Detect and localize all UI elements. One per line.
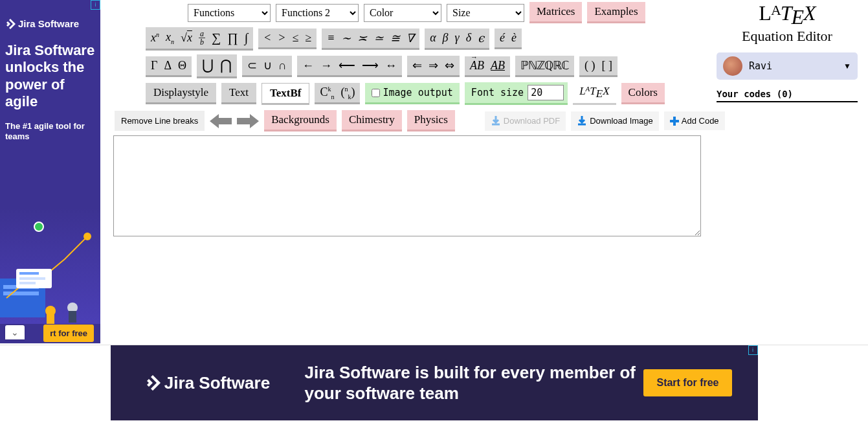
svg-rect-7 (19, 277, 45, 280)
font-size-input[interactable] (528, 85, 564, 100)
binomial-button[interactable]: Ckn (nk) (315, 83, 360, 105)
avatar (723, 56, 742, 76)
colors-button[interactable]: Colors (621, 83, 665, 104)
latex-button[interactable]: LATEX (573, 82, 616, 105)
font-size-label: Font size (471, 87, 524, 98)
displaystyle-button[interactable]: Displaystyle (146, 83, 216, 104)
sym-group-bigset[interactable]: ⋃⋂ (197, 54, 237, 78)
image-output-toggle[interactable]: Image output (365, 83, 459, 104)
download-icon (491, 116, 501, 126)
latex-editor-textarea[interactable] (113, 135, 701, 236)
functions-select[interactable]: Functions (188, 4, 271, 22)
download-icon (577, 116, 587, 126)
download-pdf-button[interactable]: Download PDF (485, 111, 566, 131)
sym-group-equiv[interactable]: ≡∼≍≃≅∇ (322, 29, 419, 50)
functions2-select[interactable]: Functions 2 (276, 4, 359, 22)
color-select[interactable]: Color (364, 4, 441, 22)
sym-group-powers[interactable]: xn xn √x ab ∑ ∏ ∫ (146, 27, 253, 51)
left-sidebar-ad[interactable]: i Jira Software Jira Software unlocks th… (0, 0, 100, 343)
svg-rect-10 (47, 314, 54, 324)
sym-group-numbersets[interactable]: ℙℕℤℚℝℂ (515, 56, 574, 77)
svg-rect-12 (69, 311, 76, 323)
font-size-group: Font size (465, 82, 568, 105)
textbf-button[interactable]: TextBf (262, 83, 310, 105)
sym-group-brackets[interactable]: ( )[ ] (579, 56, 618, 77)
ad-cta-button[interactable]: Start for free (643, 369, 731, 396)
jira-icon (145, 375, 161, 391)
sym-group-relations[interactable]: <>≤≥ (258, 29, 317, 49)
add-code-button[interactable]: Add Code (664, 111, 725, 130)
size-select[interactable]: Size (447, 4, 524, 22)
ad-logo: Jira Software (0, 0, 100, 36)
image-output-checkbox[interactable] (372, 89, 380, 97)
bottom-ad[interactable]: i Jira Software Jira Software is built f… (111, 345, 758, 420)
download-image-button[interactable]: Download Image (571, 111, 659, 131)
jira-icon (5, 19, 16, 29)
examples-button[interactable]: Examples (587, 2, 645, 23)
svg-rect-2 (3, 292, 39, 295)
right-panel: LATEX Equation Editor Ravi ▼ Your codes … (717, 1, 858, 102)
sym-group-arrows[interactable]: ←→⟵⟶↔ (297, 56, 402, 77)
undo-button[interactable] (210, 114, 232, 128)
arrow-left-icon (210, 114, 232, 128)
remove-line-breaks-button[interactable]: Remove Line breaks (115, 111, 205, 131)
sym-group-darrows[interactable]: ⇐⇒⇔ (407, 56, 460, 77)
sym-group-accents[interactable]: éè (495, 29, 522, 49)
latex-logo: LATEX (717, 1, 858, 29)
redo-button[interactable] (237, 114, 259, 128)
user-name: Ravi (749, 60, 837, 72)
backgrounds-button[interactable]: Backgrounds (264, 110, 337, 131)
ad-subhead: The #1 agile tool for teams (0, 117, 100, 146)
ad-text: Jira Software is built for every member … (305, 362, 644, 404)
user-dropdown[interactable]: Ravi ▼ (717, 52, 858, 80)
plus-icon (670, 117, 679, 126)
arrow-right-icon (237, 114, 259, 128)
svg-rect-6 (19, 272, 39, 275)
ad-info-icon[interactable]: i (748, 345, 758, 355)
sym-group-greek-upper[interactable]: ΓΔΘ (146, 56, 192, 77)
svg-rect-8 (19, 282, 36, 284)
svg-point-3 (34, 222, 43, 231)
sym-group-vector[interactable]: ABAB (465, 56, 510, 77)
ad-headline: Jira Software unlocks the power of agile (0, 36, 100, 117)
bottom-ad-bar: i Jira Software Jira Software is built f… (0, 345, 868, 423)
ad-logo: Jira Software (111, 373, 305, 393)
your-codes-header: Your codes (0) (717, 89, 858, 102)
text-button[interactable]: Text (221, 83, 256, 104)
sym-group-set[interactable]: ⊂∪∩ (242, 56, 292, 77)
chevron-down-icon: ▼ (843, 62, 851, 71)
ad-cta-button[interactable]: rt for free (43, 325, 94, 342)
ad-info-icon[interactable]: i (91, 0, 100, 10)
app-subtitle: Equation Editor (717, 28, 858, 45)
ad-illustration (0, 207, 100, 324)
physics-button[interactable]: Physics (407, 110, 455, 131)
chimestry-button[interactable]: Chimestry (342, 110, 402, 131)
collapse-ad-icon[interactable]: ⌄ (5, 325, 25, 339)
matrices-button[interactable]: Matrices (529, 2, 582, 23)
sym-group-greek-lower[interactable]: αβγδϵ (425, 29, 489, 50)
actions-row: Remove Line breaks Backgrounds Chimestry… (115, 110, 868, 131)
